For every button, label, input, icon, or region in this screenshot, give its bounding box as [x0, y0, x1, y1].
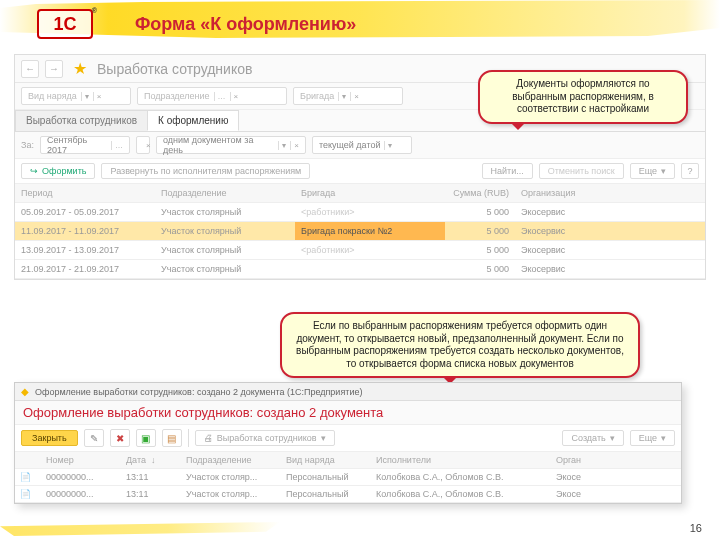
cell-sum: 5 000: [445, 260, 515, 278]
more-label: Еще: [639, 433, 657, 443]
dropdown-icon: ▾: [661, 166, 666, 176]
cell-type: Персональный: [281, 486, 371, 502]
dropdown-icon: ▾: [610, 433, 615, 443]
filter-department[interactable]: Подразделение … ×: [137, 87, 287, 105]
post-icon[interactable]: ▣: [136, 429, 156, 447]
forward-icon[interactable]: →: [45, 60, 63, 78]
create-label: Оформить: [42, 166, 86, 176]
slide-header: 1С Форма «К оформлению»: [0, 0, 720, 50]
cell-brigade: <работники>: [295, 203, 445, 221]
criteria-row: За: Сентябрь 2017 … × одним документом з…: [15, 132, 705, 158]
cell-period: 05.09.2017 - 05.09.2017: [15, 203, 155, 221]
help-button[interactable]: ?: [681, 163, 699, 179]
col-type[interactable]: Вид наряда: [281, 452, 371, 468]
cell-dept: Участок столярный: [155, 241, 295, 259]
page-number: 16: [690, 522, 702, 534]
document-icon: 📄: [15, 486, 41, 502]
filter-brigade[interactable]: Бригада ▾ ×: [293, 87, 403, 105]
back-icon[interactable]: ←: [21, 60, 39, 78]
callout-settings: Документы оформляются по выбранным распо…: [478, 70, 688, 124]
filter-label: Вид наряда: [28, 91, 77, 101]
dialog-window-title: Оформление выработки сотрудников: создан…: [35, 387, 362, 397]
cell-period: 11.09.2017 - 11.09.2017: [15, 222, 155, 240]
logo-1c: 1С: [30, 6, 100, 42]
col-date[interactable]: Дата ↓: [121, 452, 181, 468]
clear-icon: ×: [350, 92, 359, 101]
find-button[interactable]: Найти...: [482, 163, 533, 179]
period-value: Сентябрь 2017: [47, 135, 107, 155]
dropdown-icon: ▾: [338, 92, 346, 101]
cell-sum: 5 000: [445, 222, 515, 240]
ellipsis-icon: …: [214, 92, 226, 101]
create-button[interactable]: ↪ Оформить: [21, 163, 95, 179]
col-org[interactable]: Орган: [551, 452, 631, 468]
print-button[interactable]: 🖨 Выработка сотрудников ▾: [195, 430, 335, 446]
more-button[interactable]: Еще ▾: [630, 430, 675, 446]
cell-org: Экосервис: [515, 260, 595, 278]
dropdown-icon: ▾: [321, 433, 326, 443]
tab-to-process[interactable]: К оформлению: [147, 110, 239, 131]
star-icon[interactable]: ★: [73, 59, 87, 78]
cell-date: 13:11: [121, 469, 181, 485]
print-icon: 🖨: [204, 433, 213, 443]
col-brigade[interactable]: Бригада: [295, 184, 445, 202]
col-performers[interactable]: Исполнители: [371, 452, 551, 468]
cell-org: Экосервис: [515, 241, 595, 259]
col-org[interactable]: Организация: [515, 184, 595, 202]
window-icon: ◆: [21, 386, 29, 397]
dialog-toolbar: Закрыть ✎ ✖ ▣ ▤ 🖨 Выработка сотрудников …: [15, 424, 681, 452]
cell-dept: Участок столяр...: [181, 486, 281, 502]
filter-assignment-type[interactable]: Вид наряда ▾ ×: [21, 87, 131, 105]
footer-brush: [0, 522, 280, 536]
dropdown-icon: ▾: [81, 92, 89, 101]
ellipsis-icon: …: [111, 141, 123, 150]
table-row[interactable]: 📄 00000000... 13:11 Участок столяр... Пе…: [15, 486, 681, 503]
table-row[interactable]: 📄 00000000... 13:11 Участок столяр... Пе…: [15, 469, 681, 486]
col-number[interactable]: Номер: [41, 452, 121, 468]
edit-icon[interactable]: ✎: [84, 429, 104, 447]
dialog-table: Номер Дата ↓ Подразделение Вид наряда Ис…: [15, 452, 681, 503]
cell-org: Экосе: [551, 469, 631, 485]
col-sum[interactable]: Сумма (RUB): [445, 184, 515, 202]
dropdown-icon: ▾: [661, 433, 666, 443]
mode-select[interactable]: одним документом за день ▾ ×: [156, 136, 306, 154]
expand-button[interactable]: Развернуть по исполнителям распоряжениям: [101, 163, 310, 179]
col-department[interactable]: Подразделение: [155, 184, 295, 202]
cancel-search-button[interactable]: Отменить поиск: [539, 163, 624, 179]
unpost-icon[interactable]: ▤: [162, 429, 182, 447]
date-mode-select[interactable]: текущей датой ▾: [312, 136, 412, 154]
create-button[interactable]: Создать ▾: [562, 430, 623, 446]
period-select[interactable]: Сентябрь 2017 …: [40, 136, 130, 154]
cell-period: 13.09.2017 - 13.09.2017: [15, 241, 155, 259]
table-row[interactable]: 11.09.2017 - 11.09.2017 Участок столярны…: [15, 222, 705, 241]
clear-icon: ×: [93, 92, 102, 101]
cell-org: Экосервис: [515, 222, 595, 240]
col-period[interactable]: Период: [15, 184, 155, 202]
cell-brigade: Бригада покраски №2: [295, 222, 445, 240]
period-clear[interactable]: ×: [136, 136, 150, 154]
tab-production[interactable]: Выработка сотрудников: [15, 110, 148, 131]
filter-label: Подразделение: [144, 91, 210, 101]
page-title: Выработка сотрудников: [97, 61, 252, 77]
more-button[interactable]: Еще ▾: [630, 163, 675, 179]
date-mode-value: текущей датой: [319, 140, 381, 150]
table-row[interactable]: 13.09.2017 - 13.09.2017 Участок столярны…: [15, 241, 705, 260]
cell-brigade: <работники>: [295, 241, 445, 259]
mode-value: одним документом за день: [163, 135, 274, 155]
dropdown-icon: ▾: [278, 141, 286, 150]
cell-num: 00000000...: [41, 486, 121, 502]
col-dept[interactable]: Подразделение: [181, 452, 281, 468]
mark-delete-icon[interactable]: ✖: [110, 429, 130, 447]
table-row[interactable]: 21.09.2017 - 21.09.2017 Участок столярны…: [15, 260, 705, 279]
close-button[interactable]: Закрыть: [21, 430, 78, 446]
cell-num: 00000000...: [41, 469, 121, 485]
table-row[interactable]: 05.09.2017 - 05.09.2017 Участок столярны…: [15, 203, 705, 222]
cell-type: Персональный: [281, 469, 371, 485]
cell-brigade: [295, 260, 445, 278]
dialog-titlebar: ◆ Оформление выработки сотрудников: созд…: [15, 383, 681, 401]
cell-performers: Колобкова С.А., Обломов С.В.: [371, 486, 551, 502]
table-header: Период Подразделение Бригада Сумма (RUB)…: [15, 184, 705, 203]
print-label: Выработка сотрудников: [217, 433, 317, 443]
cell-sum: 5 000: [445, 241, 515, 259]
create-label: Создать: [571, 433, 605, 443]
